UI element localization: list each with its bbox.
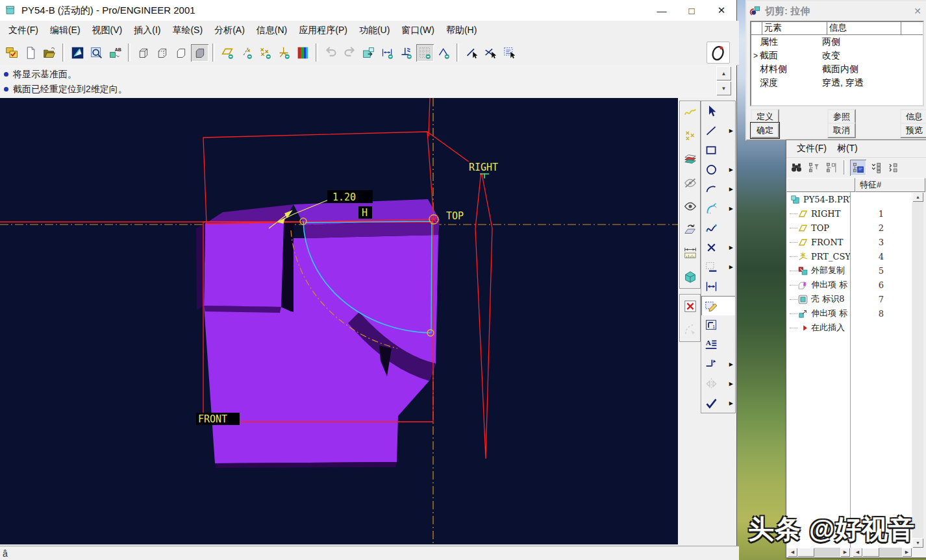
pick-chain-icon[interactable]	[463, 44, 481, 62]
hidden-line-icon[interactable]	[153, 44, 171, 62]
expand-all-icon[interactable]	[868, 160, 884, 176]
tree-name-pane[interactable]: PY54-B.PRTRIGHTTOPFRONTPRT_CSYS外部复制伸出项 标…	[787, 192, 851, 548]
shaded-icon[interactable]	[191, 44, 208, 62]
flyout-arrow-icon[interactable]: ▶	[729, 128, 733, 134]
tree-item-伸出项 标[interactable]: 伸出项 标	[787, 306, 850, 321]
dimension-value[interactable]: 1.20	[332, 191, 356, 203]
view-window-icon[interactable]	[69, 44, 86, 62]
tree-item-伸出项 标[interactable]: 伸出项 标	[787, 278, 850, 292]
binoculars-icon[interactable]	[788, 160, 805, 176]
eye-on-icon[interactable]	[680, 195, 700, 218]
datum-axis-display-icon[interactable]	[238, 44, 255, 62]
scroll-up-icon[interactable]: ▲	[716, 66, 731, 80]
menu-item-10[interactable]: 窗口(W)	[395, 22, 440, 39]
constraint-tool-icon[interactable]: 1	[701, 315, 735, 335]
tree-item-壳 标识8[interactable]: 壳 标识8	[787, 292, 850, 306]
session-window-icon[interactable]	[3, 44, 21, 62]
sketch-curve-icon[interactable]	[680, 101, 700, 125]
eye-off-icon[interactable]	[680, 171, 700, 195]
flyout-arrow-icon[interactable]: ▶	[729, 206, 733, 212]
modify-tool-icon[interactable]	[701, 296, 735, 315]
element-row[interactable]: >截面改变	[751, 49, 923, 62]
tree-item-外部复制[interactable]: 外部复制	[787, 263, 850, 278]
menu-item-6[interactable]: 分析(A)	[208, 22, 251, 39]
element-row[interactable]: 深度穿透, 穿透	[751, 76, 923, 90]
trim-gray-icon[interactable]	[680, 318, 700, 341]
hscroll-left-icon[interactable]: ◀	[853, 548, 862, 557]
constraint-display-icon[interactable]	[435, 44, 453, 62]
close-button[interactable]: ✕	[707, 1, 736, 20]
trim-tool-icon[interactable]: ▶	[701, 354, 735, 374]
element-row[interactable]: 属性两侧	[751, 35, 923, 49]
flyout-arrow-icon[interactable]: ▶	[729, 245, 733, 250]
done-check-icon[interactable]: ▶	[701, 393, 735, 413]
hscroll-right-icon[interactable]: ▶	[840, 548, 850, 557]
dimension-tool-icon[interactable]	[701, 276, 735, 296]
perp-display-icon[interactable]	[397, 44, 415, 62]
point-tool-icon[interactable]: ▶	[701, 237, 735, 257]
text-tool-icon[interactable]: A	[701, 335, 735, 354]
circle-tool-icon[interactable]: ▶	[701, 160, 735, 179]
dim-display-icon[interactable]	[379, 44, 396, 62]
element-row[interactable]: 材料侧截面内侧	[751, 62, 923, 76]
minimize-button[interactable]: —	[647, 1, 677, 20]
dialog-button-确定[interactable]: 确定	[751, 123, 779, 138]
tree-name-header[interactable]	[786, 178, 855, 192]
datum-point-display-icon[interactable]	[257, 44, 274, 62]
redo-icon[interactable]	[341, 44, 358, 62]
scroll-down-icon[interactable]: ▼	[716, 81, 731, 95]
spline-tool-icon[interactable]	[701, 218, 735, 237]
tree-filter-icon[interactable]	[806, 160, 822, 176]
tree-style-icon[interactable]	[850, 160, 866, 176]
flyout-arrow-icon[interactable]: ▶	[729, 361, 733, 367]
collapse-all-icon[interactable]	[885, 160, 901, 176]
tree-item-TOP[interactable]: TOP	[787, 221, 850, 235]
element-table[interactable]: 元素信息属性两侧>截面改变材料侧截面内侧深度穿透, 穿透	[750, 21, 924, 106]
select-icon[interactable]	[701, 101, 735, 121]
dialog-button-预览[interactable]: 预览	[900, 123, 926, 138]
tree-hscrollbar-left[interactable]: ◀ ▶	[788, 548, 850, 557]
tree-item-PRT_CSYS[interactable]: PRT_CSYS	[787, 249, 850, 263]
flyout-arrow-icon[interactable]: ▶	[729, 186, 733, 192]
repaint-icon[interactable]	[88, 44, 105, 62]
menu-item-7[interactable]: 信息(N)	[251, 22, 293, 39]
tree-menu-1[interactable]: 文件(F)	[792, 141, 832, 156]
top-plane-label[interactable]: TOP	[446, 210, 464, 222]
delete-section-icon[interactable]	[680, 295, 700, 318]
tree-item-RIGHT[interactable]: RIGHT	[787, 206, 850, 221]
csys-display-icon[interactable]	[275, 44, 293, 62]
grid-display-icon[interactable]	[416, 44, 434, 62]
datum-points-icon[interactable]	[680, 125, 700, 148]
arc-tool-icon[interactable]: ▶	[701, 179, 735, 199]
menu-item-3[interactable]: 视图(V)	[86, 22, 129, 39]
flyout-arrow-icon[interactable]: ▶	[729, 381, 733, 387]
appearance-icon[interactable]	[294, 44, 312, 62]
dialog-button-取消[interactable]: 取消	[827, 123, 856, 138]
annotation-icon[interactable]: AB	[106, 44, 124, 62]
tree-featnum-header[interactable]: 特征#	[855, 178, 925, 192]
menu-item-11[interactable]: 帮助(H)	[440, 22, 482, 39]
pick-trim-icon[interactable]	[482, 44, 499, 62]
wireframe-icon[interactable]	[134, 44, 152, 62]
menu-item-1[interactable]: 文件(F)	[3, 22, 44, 39]
tree-vertical-scrollbar[interactable]: ▲ ▼	[912, 192, 923, 548]
maximize-button[interactable]: □	[677, 1, 707, 20]
hscroll-right-icon[interactable]: ▶	[902, 548, 912, 557]
message-scrollbar[interactable]: ▲ ▼	[716, 66, 731, 96]
tree-item-PY54-B.PRT[interactable]: PY54-B.PRT	[787, 192, 850, 206]
context-help-icon[interactable]	[707, 42, 730, 64]
layers-icon[interactable]	[680, 148, 700, 171]
right-plane-label[interactable]: RIGHT	[469, 162, 498, 173]
3d-viewport[interactable]: 1.20 H TOP RIGHT FRONT	[0, 98, 678, 544]
menu-item-5[interactable]: 草绘(S)	[166, 22, 208, 39]
shaded-wedge-icon[interactable]	[680, 265, 700, 288]
dimension-param[interactable]: H	[362, 207, 368, 219]
purple-model[interactable]	[196, 199, 440, 468]
hscroll-thumb[interactable]	[797, 548, 814, 557]
no-hidden-icon[interactable]	[172, 44, 190, 62]
tree-menu-2[interactable]: 树(T)	[832, 141, 863, 156]
fillet-tool-icon[interactable]: ▶	[701, 199, 735, 218]
use-edge-tool-icon[interactable]: ▶	[701, 257, 735, 276]
hscroll-left-icon[interactable]: ◀	[788, 548, 797, 557]
flyout-arrow-icon[interactable]: ▶	[729, 167, 733, 173]
